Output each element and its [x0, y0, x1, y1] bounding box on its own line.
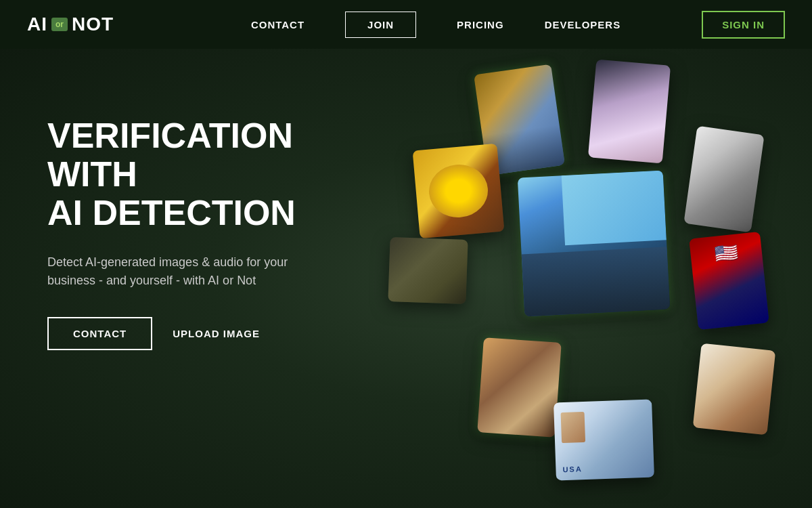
logo: AI or NOT: [27, 14, 114, 35]
photo-card-pikachu: [413, 144, 505, 238]
nav-links: CONTACT JOIN PRICING DEVELOPERS SIGN IN: [251, 11, 785, 39]
logo-or: or: [51, 18, 68, 31]
hero-buttons: CONTACT UPLOAD IMAGE: [47, 317, 386, 350]
photo-card-street-scene: [518, 171, 670, 317]
photo-card-selfie-1: [477, 337, 561, 438]
nav-signin[interactable]: SIGN IN: [702, 11, 785, 39]
main-section: VERIFICATION WITH AI DETECTION Detect AI…: [0, 49, 812, 508]
photo-card-id-card: [554, 400, 654, 481]
contact-button[interactable]: CONTACT: [47, 317, 152, 350]
nav-contact[interactable]: CONTACT: [251, 19, 304, 30]
logo-not: NOT: [72, 14, 114, 35]
logo-ai: AI: [27, 14, 47, 35]
hero-title-line1: VERIFICATION WITH: [47, 116, 293, 194]
photo-card-crowd: [388, 237, 468, 304]
photo-card-political-book: [689, 232, 769, 330]
navbar: AI or NOT CONTACT JOIN PRICING DEVELOPER…: [0, 0, 812, 49]
hero-subtitle: Detect AI-generated images & audio for y…: [47, 253, 332, 290]
photo-card-man-suit: [683, 126, 764, 233]
nav-join[interactable]: JOIN: [345, 12, 416, 38]
hero-text: VERIFICATION WITH AI DETECTION Detect AI…: [47, 117, 386, 350]
image-collage: [338, 49, 812, 508]
nav-pricing[interactable]: PRICING: [457, 19, 504, 30]
hero-title-line2: AI DETECTION: [47, 193, 296, 232]
hero-title: VERIFICATION WITH AI DETECTION: [47, 117, 386, 233]
photo-card-woman-flowers: [588, 59, 671, 163]
upload-image-button[interactable]: UPLOAD IMAGE: [173, 328, 260, 339]
photo-card-selfie-2: [693, 343, 775, 436]
nav-developers[interactable]: DEVELOPERS: [545, 19, 621, 30]
